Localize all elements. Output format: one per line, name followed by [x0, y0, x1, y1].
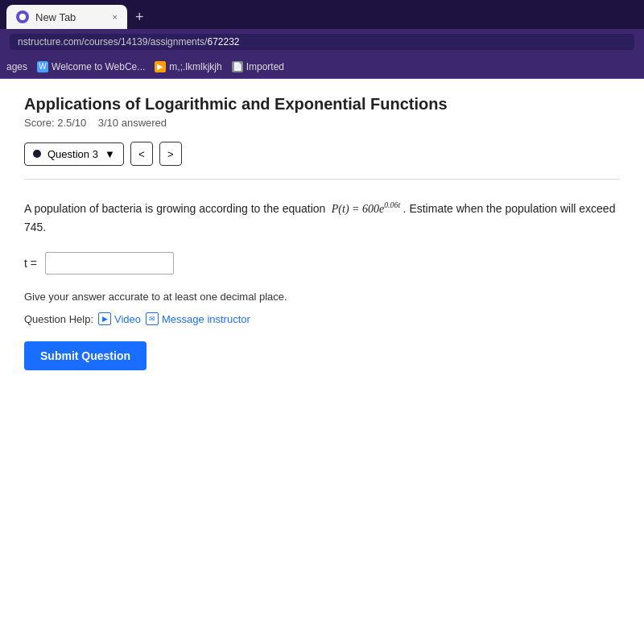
page-content: Applications of Logarithmic and Exponent…: [0, 79, 644, 644]
question-body: A population of bacteria is growing acco…: [24, 199, 620, 370]
svg-point-0: [19, 14, 26, 20]
question-label: Question 3: [47, 148, 98, 160]
answer-input[interactable]: [45, 252, 174, 275]
math-formula: P(t) = 600e0.06t: [328, 203, 402, 215]
answered-count: 3/10 answered: [98, 117, 167, 129]
bookmark-mlkm-icon: ▶: [155, 61, 166, 72]
answer-row: t =: [24, 252, 620, 275]
video-label: Video: [114, 313, 141, 325]
message-label: Message instructor: [162, 313, 250, 325]
tab-bar: New Tab × +: [0, 0, 644, 29]
url-display[interactable]: nstructure.com/courses/14139/assignments…: [10, 34, 634, 50]
new-tab-button[interactable]: +: [127, 10, 152, 24]
bookmark-imported-icon: 📄: [232, 61, 243, 72]
bookmark-welcome-icon: W: [37, 61, 48, 72]
bookmark-imported[interactable]: 📄 Imported: [232, 61, 284, 72]
bookmark-pages-label: ages: [6, 61, 27, 72]
url-suffix: 672232: [207, 36, 239, 47]
bookmark-welcome[interactable]: W Welcome to WebCe...: [37, 61, 145, 72]
score-value: Score: 2.5/10: [24, 117, 86, 129]
bookmark-pages[interactable]: ages: [6, 61, 27, 72]
bookmark-welcome-label: Welcome to WebCe...: [52, 61, 145, 72]
bookmarks-bar: ages W Welcome to WebCe... ▶ m,;.lkmlkjk…: [0, 55, 644, 79]
address-bar: nstructure.com/courses/14139/assignments…: [0, 29, 644, 55]
video-link[interactable]: ▶ Video: [98, 312, 141, 325]
browser-tab[interactable]: New Tab ×: [6, 5, 127, 29]
page-title: Applications of Logarithmic and Exponent…: [24, 95, 620, 114]
prev-question-button[interactable]: <: [130, 142, 153, 166]
next-question-button[interactable]: >: [159, 142, 182, 166]
tab-title: New Tab: [35, 11, 76, 23]
question-selector[interactable]: Question 3 ▼: [24, 142, 124, 166]
question-text: A population of bacteria is growing acco…: [24, 199, 620, 236]
help-label: Question Help:: [24, 313, 93, 325]
url-prefix: nstructure.com/courses/14139/assignments…: [18, 36, 207, 47]
mail-icon: ✉: [146, 312, 159, 325]
submit-question-button[interactable]: Submit Question: [24, 341, 147, 370]
score-line: Score: 2.5/10 3/10 answered: [24, 117, 620, 129]
browser-chrome: New Tab × + nstructure.com/courses/14139…: [0, 0, 644, 79]
bookmark-mlkm[interactable]: ▶ m,;.lkmlkjkjh: [155, 61, 221, 72]
question-text-before: A population of bacteria is growing acco…: [24, 202, 325, 215]
question-dot: [33, 150, 41, 158]
tab-favicon: [16, 10, 29, 23]
video-icon: ▶: [98, 312, 111, 325]
tab-close-button[interactable]: ×: [113, 12, 118, 22]
question-help: Question Help: ▶ Video ✉ Message instruc…: [24, 312, 620, 325]
question-nav: Question 3 ▼ < >: [24, 142, 620, 180]
answer-label: t =: [24, 257, 37, 270]
dropdown-arrow-icon: ▼: [105, 148, 115, 160]
bookmark-mlkm-label: m,;.lkmlkjkjh: [169, 61, 221, 72]
bookmark-imported-label: Imported: [246, 61, 284, 72]
message-instructor-link[interactable]: ✉ Message instructor: [146, 312, 250, 325]
accuracy-note: Give your answer accurate to at least on…: [24, 291, 620, 303]
